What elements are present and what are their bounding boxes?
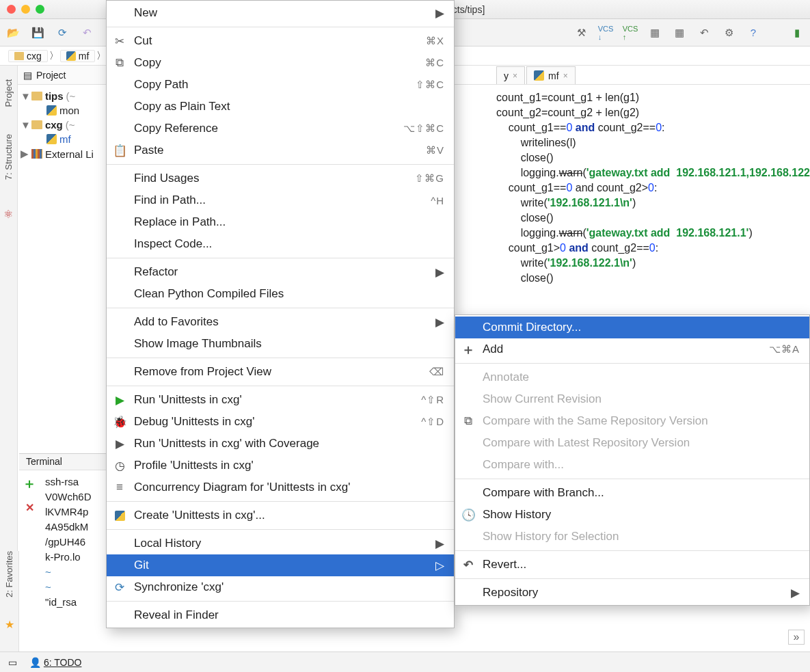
submenu-commit-directory[interactable]: Commit Directory... [455,317,809,338]
menu-copy-reference[interactable]: Copy Reference⌥⇧⌘C [107,118,454,139]
menu-cut[interactable]: ✂Cut⌘X [107,30,454,52]
folder-icon [31,120,42,129]
close-terminal-icon[interactable]: ✕ [25,501,34,514]
sync-icon: ⟳ [112,580,127,595]
structure-icon: ⚛ [3,208,13,221]
play-icon: ▶ [112,393,127,407]
refresh-icon[interactable]: ⟳ [55,25,70,40]
hammer-icon[interactable]: ⚒ [573,25,589,40]
history-icon: 🕓 [461,508,476,522]
help-icon[interactable]: ? [746,25,761,40]
status-bar: ▭ 👤 6: TODO [0,651,810,672]
menu-run[interactable]: ▶Run 'Unittests in cxg'^⇧R [107,389,454,411]
menu-create-unittests[interactable]: Create 'Unittests in cxg'... [107,505,454,526]
menu-synchronize[interactable]: ⟳Synchronize 'cxg' [107,576,454,598]
toolbar-icon[interactable]: ▦ [647,25,662,40]
submenu-show-current-revision: Show Current Revision [455,388,809,410]
python-icon [46,105,57,116]
undo-icon[interactable]: ↶ [79,25,94,40]
folder-icon [14,52,24,60]
close-tab-icon[interactable]: × [563,71,568,81]
menu-copy-plain[interactable]: Copy as Plain Text [107,96,454,118]
context-menu: New▶ ✂Cut⌘X ⧉Copy⌘C Copy Path⇧⌘C Copy as… [106,0,455,628]
library-icon [31,149,42,159]
submenu-compare-with: Compare with... [455,454,809,476]
menu-concurrency-diagram[interactable]: ≡Concurrency Diagram for 'Unittests in c… [107,476,454,498]
menu-copy-path[interactable]: Copy Path⇧⌘C [107,74,454,96]
editor-tab[interactable]: mf× [526,66,576,84]
breadcrumb-cxg[interactable]: cxg [8,50,48,62]
menu-git[interactable]: Git▷ [107,554,454,576]
menu-replace-in-path[interactable]: Replace in Path... [107,211,454,233]
menu-inspect-code[interactable]: Inspect Code... [107,233,454,255]
submenu-revert[interactable]: ↶Revert... [455,554,809,576]
revert-icon: ↶ [461,558,476,572]
submenu-add[interactable]: ＋Add⌥⌘A [455,338,809,360]
breadcrumb-mf[interactable]: mf [60,50,96,62]
folder-icon [31,92,42,100]
chip-icon[interactable]: ▮ [789,25,805,40]
profile-icon: ◷ [112,459,127,473]
python-icon [112,511,127,521]
copy-icon: ⧉ [112,56,127,70]
submenu-annotate: Annotate [455,366,809,388]
submenu-repository[interactable]: Repository▶ [455,582,809,604]
menu-clean-compiled[interactable]: Clean Python Compiled Files [107,283,454,305]
scissors-icon: ✂ [112,34,127,49]
status-icon: ▭ [8,657,17,668]
coverage-icon: ▶ [112,437,127,451]
menu-paste[interactable]: 📋Paste⌘V [107,139,454,161]
menu-copy[interactable]: ⧉Copy⌘C [107,52,454,74]
save-icon[interactable]: 💾 [30,25,45,40]
menu-new[interactable]: New▶ [107,2,454,24]
submenu-show-history[interactable]: 🕓Show History [455,504,809,526]
submenu-compare-branch[interactable]: Compare with Branch... [455,482,809,504]
git-submenu: Commit Directory... ＋Add⌥⌘A Annotate Sho… [455,314,810,606]
project-toolwindow-tab[interactable]: Project [3,79,14,107]
menu-reveal-finder[interactable]: Reveal in Finder [107,604,454,626]
python-icon [534,70,544,81]
bug-icon: 🐞 [112,415,127,429]
python-icon [66,51,76,61]
menu-refactor[interactable]: Refactor▶ [107,261,454,283]
todo-toolwindow-button[interactable]: 👤 6: TODO [29,657,81,668]
star-icon: ★ [5,618,14,631]
plus-icon: ＋ [461,340,476,359]
menu-find-in-path[interactable]: Find in Path...^H [107,189,454,211]
clipboard-icon: 📋 [112,144,127,158]
editor-tab[interactable]: y× [496,66,525,84]
close-tab-icon[interactable]: × [513,71,517,81]
diagram-icon: ≡ [112,481,127,494]
menu-add-favorites[interactable]: Add to Favorites▶ [107,311,454,333]
menu-local-history[interactable]: Local History▶ [107,533,454,554]
vcs-down-icon[interactable]: VCS↓ [598,25,613,40]
menu-run-coverage[interactable]: ▶Run 'Unittests in cxg' with Coverage [107,433,454,455]
submenu-show-history-selection: Show History for Selection [455,526,809,548]
menu-remove-from-project[interactable]: Remove from Project View⌫ [107,361,454,383]
open-icon[interactable]: 📂 [5,25,21,40]
compare-icon: ⧉ [461,414,476,428]
menu-profile[interactable]: ◷Profile 'Unittests in cxg' [107,455,454,476]
structure-toolwindow-tab[interactable]: 7: Structure [3,134,14,180]
add-terminal-icon[interactable]: ＋ [23,474,36,493]
back-icon[interactable]: ↶ [697,25,712,40]
menu-find-usages[interactable]: Find Usages⇧⌘G [107,167,454,189]
favorites-toolwindow-tab[interactable]: 2: Favorites [4,551,14,597]
menu-debug[interactable]: 🐞Debug 'Unittests in cxg'^⇧D [107,411,454,433]
menu-show-thumbnails[interactable]: Show Image Thumbnails [107,333,454,355]
vcs-up-icon[interactable]: VCS↑ [623,25,638,40]
submenu-compare-same: ⧉Compare with the Same Repository Versio… [455,410,809,432]
chevron-right-icon[interactable]: » [788,630,805,645]
python-icon [46,134,57,144]
settings-icon[interactable]: ⚙ [721,25,736,40]
submenu-compare-latest: Compare with Latest Repository Version [455,432,809,454]
toolbar-icon[interactable]: ▦ [672,25,687,40]
